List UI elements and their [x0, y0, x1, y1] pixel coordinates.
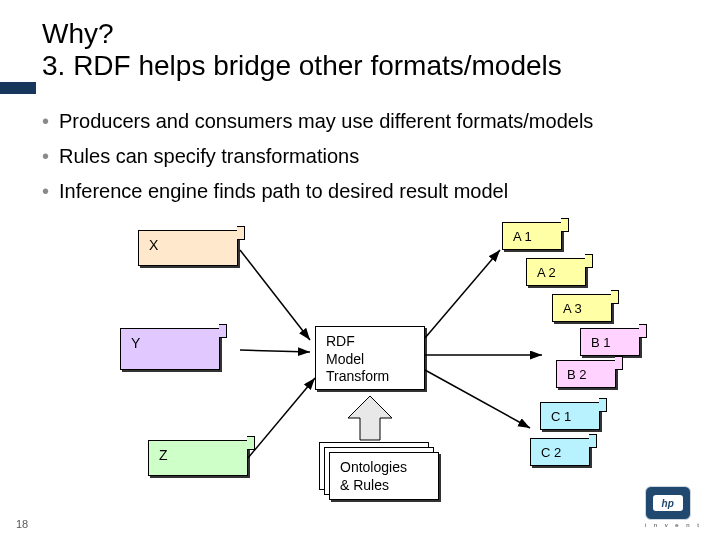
- ont-text: Ontologies & Rules: [340, 459, 407, 494]
- box-rdf-transform: RDF Model Transform: [315, 326, 425, 390]
- box-tab: [219, 324, 227, 338]
- ont-line1: Ontologies: [340, 459, 407, 475]
- diagram: X Y Z RDF Model Transform Ontologies & R…: [0, 210, 720, 515]
- box-tab: [585, 254, 593, 268]
- ont-line2: & Rules: [340, 477, 389, 493]
- box-z: Z: [148, 440, 248, 476]
- bullet-item: Inference engine finds path to desired r…: [42, 176, 593, 207]
- box-b2: B 2: [556, 360, 616, 388]
- box-y-label: Y: [131, 335, 140, 351]
- box-tab: [247, 436, 255, 450]
- box-x: X: [138, 230, 238, 266]
- svg-line-0: [240, 250, 310, 340]
- svg-line-3: [425, 250, 500, 338]
- title-line2: 3. RDF helps bridge other formats/models: [42, 50, 562, 81]
- a1-label: A 1: [513, 229, 532, 244]
- bullet-item: Producers and consumers may use differen…: [42, 106, 593, 137]
- svg-line-5: [425, 370, 530, 428]
- box-a2: A 2: [526, 258, 586, 286]
- slide-title: Why? 3. RDF helps bridge other formats/m…: [42, 18, 562, 82]
- box-a1: A 1: [502, 222, 562, 250]
- rdf-text: RDF Model Transform: [326, 333, 389, 386]
- box-tab: [611, 290, 619, 304]
- title-line1: Why?: [42, 18, 114, 49]
- hp-logo: hp i n v e n t: [645, 486, 702, 528]
- box-c2: C 2: [530, 438, 590, 466]
- a2-label: A 2: [537, 265, 556, 280]
- box-tab: [561, 218, 569, 232]
- b1-label: B 1: [591, 335, 611, 350]
- rdf-line3: Transform: [326, 368, 389, 384]
- svg-line-2: [248, 378, 315, 458]
- accent-bar: [0, 82, 36, 94]
- slide: Why? 3. RDF helps bridge other formats/m…: [0, 0, 720, 540]
- page-number: 18: [16, 518, 28, 530]
- box-z-label: Z: [159, 447, 168, 463]
- box-tab: [615, 356, 623, 370]
- rdf-line2: Model: [326, 351, 364, 367]
- hp-logo-box: hp: [645, 486, 691, 520]
- box-y: Y: [120, 328, 220, 370]
- box-x-label: X: [149, 237, 158, 253]
- hp-logo-text: hp: [653, 495, 683, 511]
- hp-logo-sub: i n v e n t: [645, 522, 702, 528]
- box-tab: [599, 398, 607, 412]
- b2-label: B 2: [567, 367, 587, 382]
- box-a3: A 3: [552, 294, 612, 322]
- c2-label: C 2: [541, 445, 561, 460]
- a3-label: A 3: [563, 301, 582, 316]
- box-ontologies-rules: Ontologies & Rules: [329, 452, 439, 500]
- box-tab: [639, 324, 647, 338]
- c1-label: C 1: [551, 409, 571, 424]
- box-b1: B 1: [580, 328, 640, 356]
- box-c1: C 1: [540, 402, 600, 430]
- box-tab: [589, 434, 597, 448]
- box-tab: [237, 226, 245, 240]
- bullet-item: Rules can specify transformations: [42, 141, 593, 172]
- svg-line-1: [240, 350, 310, 352]
- rdf-line1: RDF: [326, 333, 355, 349]
- bullet-list: Producers and consumers may use differen…: [42, 106, 593, 211]
